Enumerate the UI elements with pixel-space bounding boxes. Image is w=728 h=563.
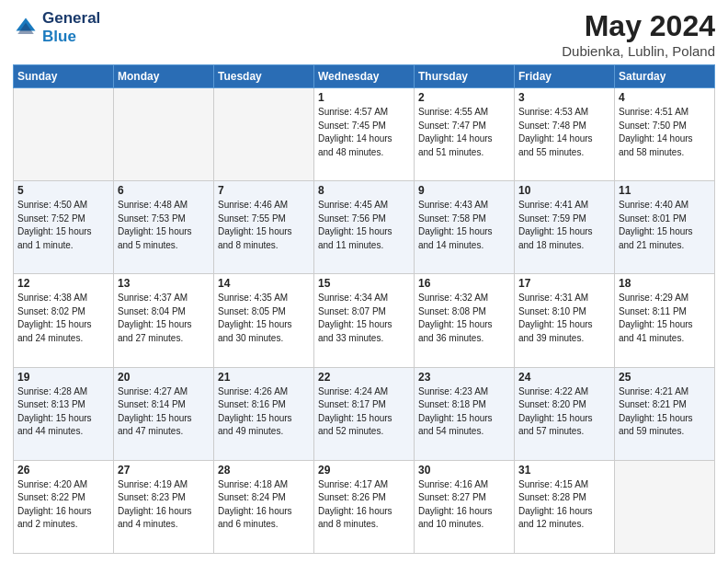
day-number: 13 <box>118 277 210 290</box>
day-info: Sunrise: 4:46 AM Sunset: 7:55 PM Dayligh… <box>218 199 310 252</box>
table-row: 31Sunrise: 4:15 AM Sunset: 8:28 PM Dayli… <box>515 460 615 553</box>
page: General Blue May 2024 Dubienka, Lublin, … <box>0 0 728 563</box>
table-row: 28Sunrise: 4:18 AM Sunset: 8:24 PM Dayli… <box>214 460 314 553</box>
table-row: 17Sunrise: 4:31 AM Sunset: 8:10 PM Dayli… <box>515 274 615 367</box>
table-row: 22Sunrise: 4:24 AM Sunset: 8:17 PM Dayli… <box>314 367 415 460</box>
calendar-header-row: Sunday Monday Tuesday Wednesday Thursday… <box>14 65 715 88</box>
day-info: Sunrise: 4:20 AM Sunset: 8:22 PM Dayligh… <box>17 478 109 532</box>
calendar-week-row: 26Sunrise: 4:20 AM Sunset: 8:22 PM Dayli… <box>14 460 715 553</box>
day-info: Sunrise: 4:40 AM Sunset: 8:01 PM Dayligh… <box>619 199 711 252</box>
day-info: Sunrise: 4:26 AM Sunset: 8:16 PM Dayligh… <box>218 385 310 439</box>
table-row: 23Sunrise: 4:23 AM Sunset: 8:18 PM Dayli… <box>415 367 515 460</box>
main-title: May 2024 <box>562 9 715 43</box>
table-row: 6Sunrise: 4:48 AM Sunset: 7:53 PM Daylig… <box>114 181 214 274</box>
table-row: 29Sunrise: 4:17 AM Sunset: 8:26 PM Dayli… <box>314 460 415 553</box>
day-info: Sunrise: 4:19 AM Sunset: 8:23 PM Dayligh… <box>118 478 210 532</box>
day-number: 15 <box>318 277 410 290</box>
day-info: Sunrise: 4:41 AM Sunset: 7:59 PM Dayligh… <box>518 199 610 252</box>
table-row: 30Sunrise: 4:16 AM Sunset: 8:27 PM Dayli… <box>415 460 515 553</box>
day-info: Sunrise: 4:28 AM Sunset: 8:13 PM Dayligh… <box>17 385 109 439</box>
day-number: 4 <box>619 91 711 104</box>
logo-text-blue: Blue <box>42 28 100 46</box>
day-number: 28 <box>218 464 310 477</box>
table-row: 13Sunrise: 4:37 AM Sunset: 8:04 PM Dayli… <box>114 274 214 367</box>
day-info: Sunrise: 4:45 AM Sunset: 7:56 PM Dayligh… <box>318 199 410 252</box>
day-info: Sunrise: 4:21 AM Sunset: 8:21 PM Dayligh… <box>619 385 711 439</box>
day-number: 1 <box>318 91 410 104</box>
table-row: 14Sunrise: 4:35 AM Sunset: 8:05 PM Dayli… <box>214 274 314 367</box>
day-info: Sunrise: 4:43 AM Sunset: 7:58 PM Dayligh… <box>418 199 510 252</box>
day-number: 21 <box>218 371 310 384</box>
table-row: 21Sunrise: 4:26 AM Sunset: 8:16 PM Dayli… <box>214 367 314 460</box>
day-number: 10 <box>518 184 610 197</box>
day-number: 2 <box>418 91 510 104</box>
day-info: Sunrise: 4:38 AM Sunset: 8:02 PM Dayligh… <box>17 292 109 345</box>
logo-text-general: General <box>42 9 100 28</box>
day-info: Sunrise: 4:15 AM Sunset: 8:28 PM Dayligh… <box>518 478 610 532</box>
day-number: 17 <box>518 277 610 290</box>
col-saturday: Saturday <box>615 65 715 88</box>
logo: General Blue <box>13 9 100 45</box>
table-row: 20Sunrise: 4:27 AM Sunset: 8:14 PM Dayli… <box>114 367 214 460</box>
day-info: Sunrise: 4:24 AM Sunset: 8:17 PM Dayligh… <box>318 385 410 439</box>
subtitle: Dubienka, Lublin, Poland <box>562 43 715 59</box>
day-number: 12 <box>17 277 109 290</box>
table-row: 24Sunrise: 4:22 AM Sunset: 8:20 PM Dayli… <box>515 367 615 460</box>
day-number: 27 <box>118 464 210 477</box>
table-row: 7Sunrise: 4:46 AM Sunset: 7:55 PM Daylig… <box>214 181 314 274</box>
day-number: 22 <box>318 371 410 384</box>
day-number: 7 <box>218 184 310 197</box>
day-number: 23 <box>418 371 510 384</box>
calendar: Sunday Monday Tuesday Wednesday Thursday… <box>13 64 715 554</box>
calendar-week-row: 12Sunrise: 4:38 AM Sunset: 8:02 PM Dayli… <box>14 274 715 367</box>
day-number: 3 <box>518 91 610 104</box>
day-number: 31 <box>518 464 610 477</box>
table-row: 18Sunrise: 4:29 AM Sunset: 8:11 PM Dayli… <box>615 274 715 367</box>
day-info: Sunrise: 4:35 AM Sunset: 8:05 PM Dayligh… <box>218 292 310 345</box>
day-info: Sunrise: 4:50 AM Sunset: 7:52 PM Dayligh… <box>17 199 109 252</box>
day-number: 30 <box>418 464 510 477</box>
day-info: Sunrise: 4:27 AM Sunset: 8:14 PM Dayligh… <box>118 385 210 439</box>
table-row: 2Sunrise: 4:55 AM Sunset: 7:47 PM Daylig… <box>415 88 515 181</box>
day-number: 19 <box>17 371 109 384</box>
col-wednesday: Wednesday <box>314 65 415 88</box>
day-number: 14 <box>218 277 310 290</box>
table-row <box>615 460 715 553</box>
table-row: 3Sunrise: 4:53 AM Sunset: 7:48 PM Daylig… <box>515 88 615 181</box>
day-number: 11 <box>619 184 711 197</box>
col-monday: Monday <box>114 65 214 88</box>
day-number: 26 <box>17 464 109 477</box>
day-number: 25 <box>619 371 711 384</box>
day-number: 9 <box>418 184 510 197</box>
day-info: Sunrise: 4:29 AM Sunset: 8:11 PM Dayligh… <box>619 292 711 345</box>
day-number: 16 <box>418 277 510 290</box>
table-row: 15Sunrise: 4:34 AM Sunset: 8:07 PM Dayli… <box>314 274 415 367</box>
col-thursday: Thursday <box>415 65 515 88</box>
day-info: Sunrise: 4:55 AM Sunset: 7:47 PM Dayligh… <box>418 106 510 159</box>
table-row: 11Sunrise: 4:40 AM Sunset: 8:01 PM Dayli… <box>615 181 715 274</box>
day-info: Sunrise: 4:57 AM Sunset: 7:45 PM Dayligh… <box>318 106 410 159</box>
table-row: 26Sunrise: 4:20 AM Sunset: 8:22 PM Dayli… <box>14 460 114 553</box>
header: General Blue May 2024 Dubienka, Lublin, … <box>13 9 715 59</box>
table-row: 19Sunrise: 4:28 AM Sunset: 8:13 PM Dayli… <box>14 367 114 460</box>
table-row: 9Sunrise: 4:43 AM Sunset: 7:58 PM Daylig… <box>415 181 515 274</box>
day-number: 6 <box>118 184 210 197</box>
day-number: 5 <box>17 184 109 197</box>
day-info: Sunrise: 4:51 AM Sunset: 7:50 PM Dayligh… <box>619 106 711 159</box>
table-row: 25Sunrise: 4:21 AM Sunset: 8:21 PM Dayli… <box>615 367 715 460</box>
day-number: 29 <box>318 464 410 477</box>
logo-icon <box>13 15 39 40</box>
table-row <box>14 88 114 181</box>
day-number: 8 <box>318 184 410 197</box>
col-tuesday: Tuesday <box>214 65 314 88</box>
calendar-week-row: 5Sunrise: 4:50 AM Sunset: 7:52 PM Daylig… <box>14 181 715 274</box>
day-info: Sunrise: 4:31 AM Sunset: 8:10 PM Dayligh… <box>518 292 610 345</box>
table-row: 8Sunrise: 4:45 AM Sunset: 7:56 PM Daylig… <box>314 181 415 274</box>
day-info: Sunrise: 4:34 AM Sunset: 8:07 PM Dayligh… <box>318 292 410 345</box>
day-info: Sunrise: 4:22 AM Sunset: 8:20 PM Dayligh… <box>518 385 610 439</box>
table-row: 1Sunrise: 4:57 AM Sunset: 7:45 PM Daylig… <box>314 88 415 181</box>
day-info: Sunrise: 4:17 AM Sunset: 8:26 PM Dayligh… <box>318 478 410 532</box>
table-row: 12Sunrise: 4:38 AM Sunset: 8:02 PM Dayli… <box>14 274 114 367</box>
table-row: 4Sunrise: 4:51 AM Sunset: 7:50 PM Daylig… <box>615 88 715 181</box>
day-info: Sunrise: 4:37 AM Sunset: 8:04 PM Dayligh… <box>118 292 210 345</box>
